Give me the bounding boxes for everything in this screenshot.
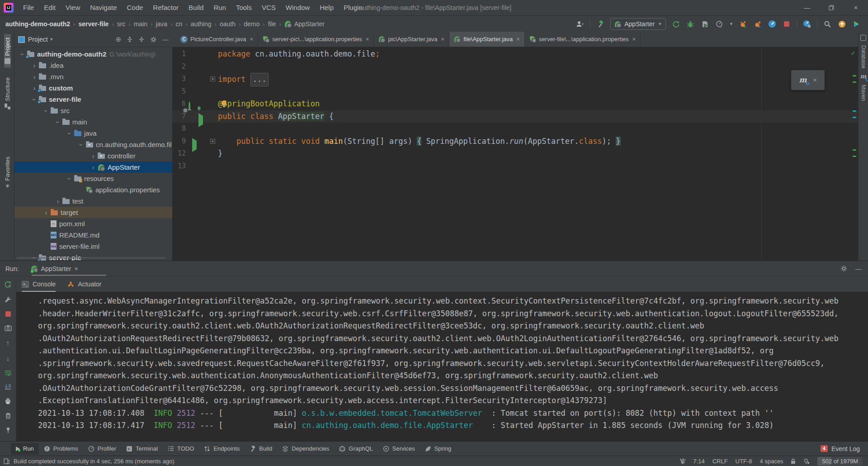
run-session-tab[interactable]: AppStarter × — [27, 261, 82, 276]
maximize-button[interactable] — [819, 0, 844, 15]
async-profiler-alloc-icon[interactable] — [753, 19, 762, 29]
minimize-button[interactable]: — — [795, 0, 819, 15]
memory-indicator[interactable]: 502 of 1979M — [817, 457, 863, 466]
tree-item-java[interactable]: › java — [14, 128, 172, 139]
tree-item-root[interactable]: › authing-demo-oauth2 G:\work\authing\ — [14, 48, 172, 60]
horizontal-scrollbar[interactable] — [16, 257, 165, 259]
tree-item-readme[interactable]: MD README.md — [14, 229, 172, 241]
tab-pic-appstarter[interactable]: pic\AppStarter.java × — [374, 32, 449, 47]
breadcrumb-class[interactable]: AppStarter — [294, 20, 325, 28]
breadcrumb-cn[interactable]: cn — [175, 20, 182, 28]
caret-position[interactable]: 7:14 — [693, 458, 704, 465]
soft-wrap-button[interactable] — [5, 370, 12, 376]
toolbar-run[interactable]: Run — [11, 443, 39, 455]
rerun-button[interactable] — [4, 281, 12, 288]
breadcrumb-main[interactable]: main — [134, 20, 147, 28]
tree-item-custom[interactable]: › custom — [14, 82, 172, 94]
fold-expand-icon[interactable]: + — [210, 139, 215, 144]
chevron-right-icon[interactable]: › — [53, 198, 62, 205]
menu-tools[interactable]: Tools — [231, 0, 257, 15]
menu-view[interactable]: View — [61, 0, 85, 15]
tree-item-controller[interactable]: › controller — [14, 150, 172, 162]
toolbar-dependencies[interactable]: Dependencies — [277, 443, 334, 455]
breadcrumb-oauth[interactable]: oauth — [220, 20, 236, 28]
menu-refactor[interactable]: Refactor — [148, 0, 184, 15]
tab-file-appstarter[interactable]: file\AppStarter.java × — [449, 32, 525, 47]
stripe-mark[interactable] — [853, 110, 856, 112]
breadcrumb-file[interactable]: file — [268, 20, 276, 28]
breadcrumb-authing[interactable]: authing — [191, 20, 212, 28]
close-icon[interactable]: × — [516, 36, 520, 43]
chevron-down-icon[interactable]: › — [66, 129, 73, 138]
inspections-widget-icon[interactable] — [803, 458, 810, 464]
chevron-down-icon[interactable]: › — [19, 50, 26, 59]
toolbar-profiler[interactable]: Profiler — [83, 443, 121, 455]
gauge-profiler-icon[interactable] — [768, 19, 777, 29]
menu-vcs[interactable]: VCS — [257, 0, 281, 15]
chevron-down-icon[interactable]: › — [54, 118, 61, 127]
menu-code[interactable]: Code — [122, 0, 148, 15]
code-editor[interactable]: 1 package cn.authing.oauth.demo.file; 2 … — [172, 47, 858, 261]
inspections-ok-icon[interactable]: ✓ — [851, 50, 856, 57]
tool-window-database-tab[interactable]: Database — [860, 45, 867, 68]
run-with-coverage-button[interactable] — [700, 19, 709, 29]
folded-imports[interactable]: ... — [250, 73, 269, 86]
stripe-mark[interactable] — [853, 149, 856, 151]
indent-setting[interactable]: 4 spaces — [760, 458, 783, 465]
close-icon[interactable]: × — [441, 36, 445, 43]
tree-item-test[interactable]: › test — [14, 195, 172, 207]
close-icon[interactable]: × — [813, 76, 816, 84]
menu-run[interactable]: Run — [208, 0, 231, 15]
menu-build[interactable]: Build — [184, 0, 208, 15]
tree-item-resources[interactable]: › resources — [14, 173, 172, 184]
breadcrumb-demo[interactable]: demo — [244, 20, 259, 28]
file-encoding[interactable]: UTF-8 — [736, 458, 752, 465]
line-separator[interactable]: CRLF — [712, 458, 728, 465]
search-everywhere-icon[interactable] — [823, 19, 832, 29]
chevron-down-icon[interactable]: ▼ — [50, 37, 54, 42]
tool-window-structure-tab[interactable]: Structure — [4, 74, 11, 113]
tab-actuator[interactable]: Actuator — [67, 276, 101, 292]
tab-picturecontroller[interactable]: C PictureController.java × — [176, 32, 258, 47]
modify-run-config-button[interactable] — [5, 296, 12, 303]
chevron-down-icon[interactable]: › — [42, 106, 50, 115]
stripe-mark[interactable] — [853, 156, 856, 157]
tree-item-application-properties[interactable]: application.properties — [14, 184, 172, 195]
project-view-title[interactable]: Project — [28, 36, 48, 43]
tree-item-pom[interactable]: m pom.xml — [14, 218, 172, 229]
menu-navigate[interactable]: Navigate — [85, 0, 122, 15]
tree-item-server-pic[interactable]: › server-pic — [14, 252, 172, 261]
chevron-right-icon[interactable]: › — [89, 152, 98, 160]
tab-console[interactable]: >_ Console — [22, 276, 56, 292]
tree-item-main[interactable]: › main — [14, 116, 172, 128]
profiler-button[interactable] — [715, 19, 724, 29]
ideavim-icon[interactable] — [680, 458, 685, 464]
tool-window-project-tab[interactable]: Project — [4, 34, 11, 67]
down-stack-trace-button[interactable]: ↓ — [6, 354, 10, 362]
toolbar-endpoints[interactable]: Endpoints — [199, 443, 245, 455]
stop-button[interactable] — [5, 311, 11, 317]
code-with-me-icon[interactable] — [576, 19, 585, 29]
pin-tab-button[interactable] — [5, 427, 11, 433]
toolbar-spring[interactable]: Spring — [420, 443, 457, 455]
build-hammer-icon[interactable] — [596, 19, 605, 29]
chevron-right-icon[interactable]: › — [30, 73, 39, 81]
gauge-settings-icon[interactable] — [802, 19, 811, 29]
debug-button[interactable] — [686, 19, 695, 29]
collapse-all-icon[interactable] — [138, 36, 145, 43]
thread-dump-button[interactable] — [5, 325, 12, 331]
hide-panel-icon[interactable]: — — [855, 265, 862, 272]
locate-file-icon[interactable]: ⊕ — [115, 35, 121, 43]
rerun-button[interactable] — [671, 19, 680, 29]
tool-window-maven-tab[interactable]: Maven — [860, 85, 867, 101]
expand-all-icon[interactable] — [127, 36, 133, 43]
breadcrumb-java[interactable]: java — [156, 20, 167, 28]
tree-item-mvn[interactable]: › .mvn — [14, 71, 172, 82]
close-icon[interactable]: × — [75, 265, 78, 272]
event-log-button[interactable]: Event Log — [831, 445, 860, 452]
gear-icon[interactable] — [840, 265, 847, 272]
ide-features-trainer-icon[interactable] — [852, 19, 861, 29]
intention-bulb-icon[interactable] — [222, 100, 226, 105]
gear-icon[interactable] — [150, 36, 157, 43]
fold-expand-icon[interactable]: + — [210, 76, 215, 81]
